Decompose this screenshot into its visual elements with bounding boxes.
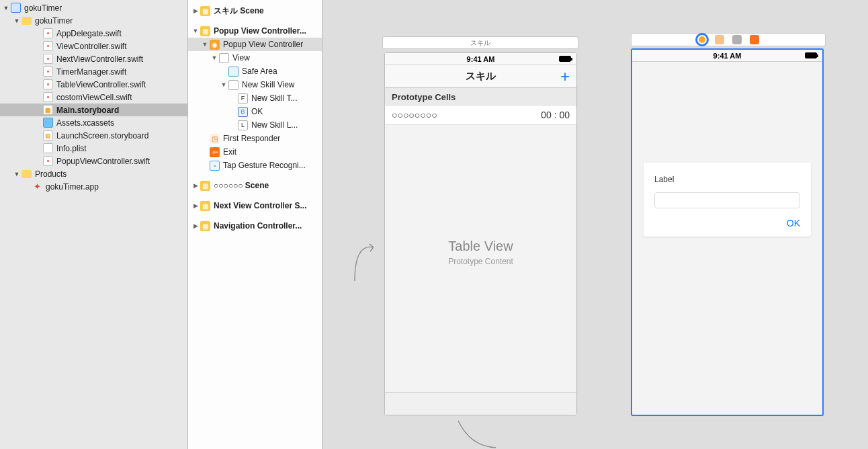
scene-icon — [200, 201, 210, 211]
scene-title-bar[interactable]: スキル — [382, 36, 578, 49]
outline-label-node[interactable]: ▶ New Skill L... — [188, 118, 322, 132]
outline-scene[interactable]: ▶ スキル Scene — [188, 4, 322, 17]
add-button[interactable]: + — [560, 69, 570, 85]
outline-view[interactable]: ▼ View — [188, 51, 322, 65]
popup-card[interactable]: Label OK — [644, 163, 811, 237]
swift-icon — [43, 79, 53, 89]
outline-scene[interactable]: ▶ Next View Controller S... — [188, 199, 322, 212]
nav-row-file[interactable]: ▶ AppDelegate.swift — [0, 27, 187, 40]
nav-label: gokuTimer — [24, 3, 62, 13]
nav-label: gokuTimer — [35, 16, 73, 26]
nav-label: ViewController.swift — [56, 42, 126, 51]
disclosure-icon[interactable]: ▶ — [192, 202, 199, 209]
nav-row-file[interactable]: ▶ PopupViewController.swift — [0, 155, 187, 167]
disclosure-icon[interactable]: ▼ — [220, 81, 227, 88]
status-bar: 9:41 AM — [632, 50, 822, 62]
swift-icon — [43, 28, 53, 38]
outline-firstresponder[interactable]: ▶ First Responder — [188, 132, 322, 145]
status-time: 9:41 AM — [467, 55, 495, 63]
tapgesture-icon — [210, 161, 220, 171]
scene-popup[interactable]: 9:41 AM Label OK — [631, 48, 824, 416]
popup-textfield[interactable] — [654, 192, 800, 208]
viewcontroller-icon — [210, 40, 220, 50]
nav-label: Main.storyboard — [56, 106, 119, 115]
disclosure-icon[interactable]: ▶ — [192, 222, 199, 229]
nav-row-folder[interactable]: ▼ Products — [0, 167, 187, 180]
nav-label: Assets.xcassets — [56, 118, 114, 128]
scene-skill[interactable]: 9:41 AM スキル + Prototype Cells ○○○○○○○○ 0… — [384, 52, 577, 415]
swift-icon — [43, 67, 53, 77]
disclosure-icon[interactable]: ▶ — [192, 7, 199, 14]
outline-safearea[interactable]: ▶ Safe Area — [188, 65, 322, 78]
folder-icon — [21, 17, 32, 25]
dock-tapgesture-icon[interactable] — [750, 35, 759, 44]
nav-row-file[interactable]: ▶ TableViewController.swift — [0, 78, 187, 91]
battery-icon — [559, 56, 571, 62]
swift-icon — [43, 54, 53, 64]
view-icon — [219, 53, 229, 63]
navigation-bar: スキル + — [385, 65, 576, 88]
disclosure-icon[interactable]: ▼ — [211, 54, 218, 61]
outline-button[interactable]: ▶ OK — [188, 105, 322, 118]
nav-label: TableViewController.swift — [56, 80, 146, 89]
popup-label: Label — [654, 175, 800, 184]
nav-row-file[interactable]: ▶ TimerManager.swift — [0, 65, 187, 78]
swift-icon — [43, 41, 53, 51]
nav-label: TimerManager.swift — [56, 67, 126, 77]
nav-row-project[interactable]: ▼ gokuTimer — [0, 1, 187, 14]
nav-row-file[interactable]: ▶ costomViewCell.swift — [0, 91, 187, 104]
nav-row-folder[interactable]: ▼ gokuTimer — [0, 14, 187, 27]
outline-label: Popup View Controller — [223, 40, 303, 49]
outline-label: Navigation Controller... — [214, 221, 302, 231]
app-icon — [32, 181, 42, 192]
placeholder-sub: Prototype Content — [385, 256, 576, 266]
nav-row-file[interactable]: ▶ LaunchScreen.storyboard — [0, 129, 187, 142]
outline-tapgesture[interactable]: ▶ Tap Gesture Recogni... — [188, 159, 322, 172]
outline-scene[interactable]: ▶ ○○○○○○ Scene — [188, 179, 322, 192]
outline-label: Next View Controller S... — [214, 201, 306, 210]
exit-icon — [210, 147, 220, 157]
segue-arrow-icon — [457, 419, 497, 449]
nav-row-file[interactable]: ▶ Info.plist — [0, 142, 187, 155]
outline-viewcontroller[interactable]: ▼ Popup View Controller — [188, 38, 322, 51]
ok-button[interactable]: OK — [654, 218, 800, 229]
disclosure-icon[interactable]: ▼ — [3, 5, 9, 11]
outline-label: Tap Gesture Recogni... — [223, 161, 306, 170]
ib-canvas[interactable]: スキル 9:41 AM スキル + Prototype Cells ○○○○○○… — [322, 0, 868, 449]
prototype-cell[interactable]: ○○○○○○○○ 00 : 00 — [385, 106, 576, 125]
outline-label: View — [232, 53, 250, 63]
document-outline[interactable]: ▶ スキル Scene ▼ Popup View Controller... ▼… — [188, 0, 322, 449]
nav-row-file-selected[interactable]: ▶ Main.storyboard — [0, 104, 187, 116]
disclosure-icon[interactable]: ▼ — [13, 17, 20, 24]
label-icon — [238, 120, 248, 130]
status-time: 9:41 AM — [713, 52, 742, 60]
nav-row-file[interactable]: ▶ NextViewController.swift — [0, 52, 187, 65]
outline-scene[interactable]: ▼ Popup View Controller... — [188, 24, 322, 38]
dock-vc-icon[interactable] — [697, 35, 707, 44]
nav-row-file[interactable]: ▶ gokuTimer.app — [0, 180, 187, 193]
disclosure-icon[interactable]: ▶ — [192, 182, 199, 189]
nav-label: PopupViewController.swift — [56, 157, 150, 166]
project-navigator[interactable]: ▼ gokuTimer ▼ gokuTimer ▶ AppDelegate.sw… — [0, 0, 188, 449]
dock-exit-icon[interactable] — [732, 35, 742, 44]
scene-title-text: スキル — [470, 38, 490, 48]
disclosure-icon[interactable]: ▼ — [192, 28, 199, 34]
outline-scene[interactable]: ▶ Navigation Controller... — [188, 219, 322, 233]
swift-icon — [43, 92, 53, 102]
nav-row-file[interactable]: ▶ Assets.xcassets — [0, 116, 187, 129]
disclosure-icon[interactable]: ▼ — [202, 41, 208, 48]
outline-textfield[interactable]: ▶ New Skill T... — [188, 91, 322, 105]
tab-bar — [385, 392, 576, 415]
scene-icon — [200, 6, 210, 16]
status-bar: 9:41 AM — [385, 53, 576, 65]
dock-firstresponder-icon[interactable] — [715, 35, 724, 44]
outline-label: Safe Area — [242, 67, 277, 76]
nav-row-file[interactable]: ▶ ViewController.swift — [0, 40, 187, 52]
scene-icon — [200, 221, 210, 231]
disclosure-icon[interactable]: ▼ — [13, 171, 20, 177]
scene-dock[interactable] — [631, 33, 826, 46]
storyboard-icon — [43, 130, 53, 140]
outline-view[interactable]: ▼ New Skill View — [188, 78, 322, 91]
storyboard-icon — [43, 105, 53, 115]
outline-exit[interactable]: ▶ Exit — [188, 145, 322, 159]
